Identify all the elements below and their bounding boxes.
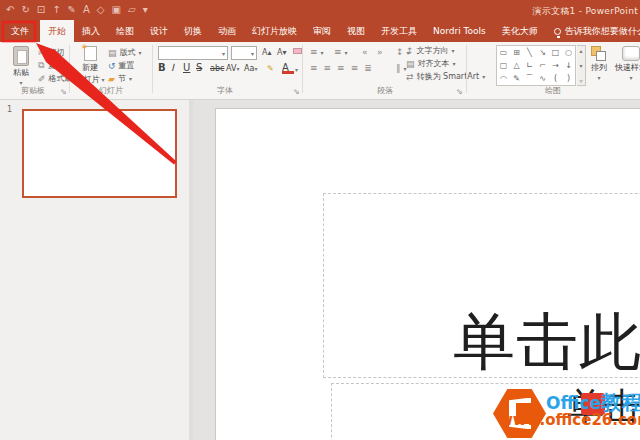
- numbering-button[interactable]: ≡▾: [334, 47, 348, 57]
- move-up-icon[interactable]: ↑: [52, 2, 60, 18]
- subtitle-placeholder[interactable]: [331, 383, 640, 440]
- slide-thumbnail-panel[interactable]: 1: [0, 100, 193, 440]
- tab-design[interactable]: 设计: [142, 20, 176, 42]
- shape-icon[interactable]: □: [549, 46, 562, 59]
- new-slide-icon: ✶: [84, 46, 97, 61]
- align-text-button[interactable]: ▤ 对齐文本▾: [406, 58, 456, 69]
- text-shadow-button[interactable]: abc: [210, 64, 225, 73]
- open-folder-icon[interactable]: ▱: [128, 2, 136, 18]
- tab-view[interactable]: 视图: [339, 20, 373, 42]
- arrange-button[interactable]: 排列 ▾: [587, 46, 611, 81]
- bold-button[interactable]: B: [158, 62, 170, 73]
- font-dialog-launcher-icon[interactable]: ⇘: [293, 87, 300, 96]
- convert-smartart-button[interactable]: ⇄ 转换为 SmartArt▾: [406, 71, 485, 82]
- format-painter-icon: ✐: [38, 74, 46, 84]
- copy-button[interactable]: ⧉ 复制 ▾: [38, 60, 69, 71]
- tab-animations[interactable]: 动画: [210, 20, 244, 42]
- tab-beautify[interactable]: 美化大师: [494, 20, 546, 42]
- justify-icon[interactable]: ≡: [351, 63, 359, 73]
- qat-more-icon[interactable]: ▾: [143, 2, 148, 18]
- font-size-combobox[interactable]: ▾: [231, 46, 257, 60]
- shape-icon[interactable]: ◠: [497, 72, 510, 85]
- shapes-gallery[interactable]: ▭ ⊞ ╲ ↘ □ ○ ▢ △ ∟ ⌐ → ↓ ◠ ✎ ⌒ ∿ ( ): [496, 45, 576, 86]
- clear-formatting-button[interactable]: [292, 48, 302, 54]
- shrink-font-button[interactable]: A▾: [277, 48, 287, 57]
- align-center-icon[interactable]: ≡: [324, 63, 332, 73]
- paragraph-dialog-launcher-icon[interactable]: ⇘: [456, 87, 463, 96]
- grow-font-button[interactable]: A▴: [262, 48, 272, 57]
- section-icon: ▰: [108, 74, 115, 84]
- shape-icon[interactable]: (: [549, 72, 562, 85]
- new-slide-button[interactable]: ✶ 新建 幻灯片 ▾: [74, 46, 106, 85]
- tab-transitions[interactable]: 切换: [176, 20, 210, 42]
- shape-icon[interactable]: ): [562, 72, 575, 85]
- shape-icon[interactable]: ✎: [510, 72, 523, 85]
- tab-developer[interactable]: 开发工具: [373, 20, 425, 42]
- cut-button[interactable]: ✂ 剪切: [38, 47, 65, 58]
- redo-icon[interactable]: ↻: [21, 2, 29, 18]
- tell-me-box[interactable]: 告诉我你想要做什么: [546, 20, 640, 42]
- distribute-icon[interactable]: ≣: [364, 63, 372, 73]
- bullets-button[interactable]: ≡▾: [310, 47, 324, 57]
- reset-button[interactable]: ↺ 重置: [108, 60, 135, 71]
- scroll-up-icon[interactable]: ▴: [579, 47, 582, 54]
- shape-icon[interactable]: ∿: [536, 72, 549, 85]
- shape-icon[interactable]: ╲: [523, 46, 536, 59]
- shape-icon[interactable]: ▢: [497, 59, 510, 72]
- save-icon[interactable]: ▣: [112, 2, 121, 18]
- gallery-more-icon[interactable]: ▿: [579, 77, 582, 84]
- text-direction-button[interactable]: ↕ 文字方向▾: [406, 45, 455, 56]
- shape-icon[interactable]: △: [510, 59, 523, 72]
- shape-icon[interactable]: ▭: [497, 46, 510, 59]
- shapes-icon[interactable]: ◇: [97, 2, 105, 18]
- shape-icon[interactable]: ⌐: [536, 59, 549, 72]
- italic-button[interactable]: I: [171, 62, 182, 73]
- text-icon[interactable]: A: [83, 2, 90, 18]
- tab-file[interactable]: 文件: [0, 20, 40, 42]
- font-color-button[interactable]: A: [282, 62, 294, 73]
- title-placeholder[interactable]: [323, 193, 640, 378]
- columns-button[interactable]: ∥▾: [396, 63, 407, 73]
- underline-button[interactable]: U: [183, 62, 195, 73]
- section-dropdown-icon[interactable]: ▾: [129, 75, 132, 82]
- shapes-scrollbar[interactable]: ▴ ▾ ▿: [577, 45, 586, 86]
- shape-icon[interactable]: →: [549, 59, 562, 72]
- tab-draw[interactable]: 绘图: [108, 20, 142, 42]
- paste-button[interactable]: 粘贴 ▾: [6, 46, 36, 86]
- tab-nordri-tools[interactable]: Nordri Tools: [425, 20, 494, 42]
- font-color-dropdown-icon[interactable]: ▾: [295, 66, 298, 73]
- shape-icon[interactable]: ⌒: [523, 72, 536, 85]
- tab-slideshow[interactable]: 幻灯片放映: [244, 20, 305, 42]
- character-spacing-button[interactable]: AV▾: [226, 64, 243, 73]
- shape-icon[interactable]: ○: [562, 46, 575, 59]
- shape-icon[interactable]: ⊞: [510, 46, 523, 59]
- shape-icon[interactable]: ↘: [536, 46, 549, 59]
- tab-insert[interactable]: 插入: [74, 20, 108, 42]
- section-button[interactable]: ▰ 节 ▾: [108, 73, 132, 84]
- undo-icon[interactable]: ↶: [6, 2, 14, 18]
- highlight-button[interactable]: ✎: [267, 64, 281, 73]
- font-name-combobox[interactable]: ▾: [158, 46, 228, 60]
- quick-styles-dropdown-icon[interactable]: ▾: [629, 74, 632, 81]
- shape-icon[interactable]: ∟: [523, 59, 536, 72]
- start-slideshow-icon[interactable]: ⊡: [37, 2, 45, 18]
- change-case-button[interactable]: Aa▾: [244, 64, 261, 73]
- clipboard-dialog-launcher-icon[interactable]: ⇘: [60, 87, 67, 96]
- increase-indent-icon[interactable]: »: [377, 47, 383, 57]
- quick-styles-button[interactable]: 快速样式 ▾: [614, 46, 640, 81]
- layout-button[interactable]: ▤ 版式 ▾: [108, 47, 142, 58]
- arrange-dropdown-icon[interactable]: ▾: [597, 74, 600, 81]
- layout-dropdown-icon[interactable]: ▾: [139, 49, 142, 56]
- align-left-icon[interactable]: ≡: [310, 63, 318, 73]
- decrease-indent-icon[interactable]: «: [362, 47, 368, 57]
- ribbon: 粘贴 ▾ ✂ 剪切 ⧉ 复制 ▾ ✐ 格式刷 剪贴板 ⇘ ✶ 新建 幻灯片 ▾ …: [0, 42, 640, 100]
- strikethrough-button[interactable]: S: [196, 62, 209, 73]
- scroll-down-icon[interactable]: ▾: [579, 62, 582, 69]
- pen-icon[interactable]: ✎: [68, 2, 76, 18]
- tab-home[interactable]: 开始: [40, 20, 74, 42]
- align-right-icon[interactable]: ≡: [337, 63, 345, 73]
- format-painter-button[interactable]: ✐ 格式刷: [38, 73, 73, 84]
- tab-review[interactable]: 审阅: [305, 20, 339, 42]
- slide-thumbnail[interactable]: [22, 109, 177, 198]
- shape-icon[interactable]: ↓: [562, 59, 575, 72]
